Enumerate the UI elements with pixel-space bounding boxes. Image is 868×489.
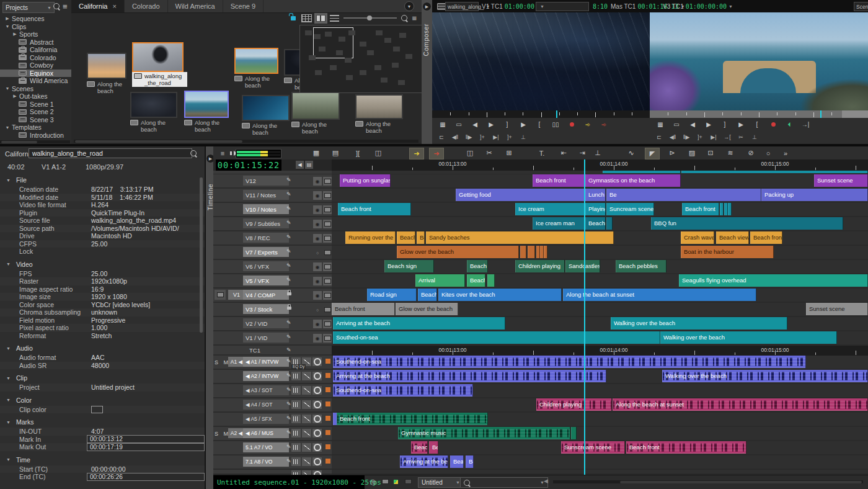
track-monitor-toggle[interactable] xyxy=(323,320,332,328)
timeline-clip[interactable]: BBQ fun xyxy=(651,217,843,230)
script-view-icon[interactable] xyxy=(330,15,339,22)
track-selector-v11[interactable]: V11 / Notes xyxy=(243,190,289,200)
track-selector-v7[interactable]: V7 / Experts xyxy=(243,247,289,257)
sidebar-item-wild-america[interactable]: Wild America xyxy=(0,77,71,85)
pencil-icon[interactable]: ✎ xyxy=(286,248,291,254)
meta-input-field[interactable]: 00:00:17:19 xyxy=(87,443,205,451)
timeline-clip[interactable]: Beach front xyxy=(337,413,488,425)
track-monitor-toggle[interactable] xyxy=(323,191,332,200)
record-monitor-toggle[interactable]: ◉ xyxy=(313,205,322,214)
timeline-hscrollbar[interactable] xyxy=(553,480,863,483)
duration-display[interactable]: 8:10 xyxy=(593,2,608,11)
arrow-tool-button[interactable]: ◤ xyxy=(645,148,660,159)
track-panel-button[interactable]: ▤ xyxy=(329,148,342,158)
clip-color-swatch[interactable] xyxy=(91,406,103,413)
section-file[interactable]: ▼File xyxy=(6,176,27,184)
record-indicator[interactable] xyxy=(564,118,580,131)
timeline-clip[interactable] xyxy=(720,203,724,215)
pencil-icon[interactable]: ✎ xyxy=(286,320,291,326)
effect-mode-button[interactable]: ▨ xyxy=(685,148,699,158)
toggle-source-record-icon[interactable]: ◎ xyxy=(370,478,376,486)
color-correction-button[interactable]: ⊡ xyxy=(704,148,717,158)
cut-button[interactable]: ✂ xyxy=(734,131,748,144)
sidebar-item-scene-1[interactable]: Scene 1 xyxy=(0,101,71,109)
mark-clip-button[interactable]: ⊥ xyxy=(516,131,530,144)
solo-indicator[interactable] xyxy=(326,402,330,406)
timeline-clip[interactable]: Ice cream man xyxy=(533,217,585,230)
mark-in-button[interactable]: [ xyxy=(749,118,765,131)
audio-timeline-ruler[interactable]: 00:01:13:0000:01:14:0000:01:15:00 xyxy=(332,346,868,356)
mark-out-button[interactable]: ] xyxy=(717,118,733,131)
section-clip[interactable]: ▼Clip xyxy=(6,374,27,382)
source-position-bar[interactable] xyxy=(432,110,650,118)
audio-settings-button[interactable] xyxy=(312,400,322,409)
tab-scene-9[interactable]: Scene 9 xyxy=(223,0,264,12)
audio-settings-button[interactable] xyxy=(312,470,322,475)
timeline-clip[interactable]: Children playing xyxy=(515,260,565,272)
record-monitor-toggle[interactable]: ○ xyxy=(313,248,322,257)
timeline-clip[interactable]: Sunset scene xyxy=(806,303,868,315)
timeline-clip[interactable]: Boat in the harbour xyxy=(681,246,774,258)
section-time[interactable]: ▼Time xyxy=(6,456,30,464)
timeline-clip[interactable]: Beach front xyxy=(750,231,782,244)
timeline-clip[interactable]: Beach view xyxy=(716,231,749,244)
solo-indicator[interactable] xyxy=(326,387,330,392)
clip-name-input[interactable]: walking_along_the_road xyxy=(29,148,192,158)
timeline-clip[interactable]: Crash wave xyxy=(681,231,714,244)
record-monitor-toggle[interactable]: ◉ xyxy=(313,191,322,200)
audio-mixer-button[interactable]: ≋ xyxy=(724,148,737,158)
bin-clip-thumbnail[interactable] xyxy=(184,91,229,118)
loop-button[interactable]: ⊏ xyxy=(652,131,666,144)
timeline-clip[interactable]: Sandcastles xyxy=(565,260,600,272)
section-video[interactable]: ▼Video xyxy=(6,261,33,268)
text-view-icon[interactable] xyxy=(301,14,312,22)
waveform-toggle[interactable] xyxy=(291,457,301,466)
audio-settings-button[interactable] xyxy=(312,415,322,423)
timeline-clip[interactable]: Beach xyxy=(418,289,437,301)
mark-in-button[interactable]: [ xyxy=(531,118,547,131)
waveform-toggle[interactable] xyxy=(291,415,301,423)
timeline-view-dropdown[interactable]: Untitled▼ xyxy=(418,477,464,488)
timeline-clip[interactable] xyxy=(487,274,495,287)
sidebar-item-sports[interactable]: ▶Sports xyxy=(0,30,71,38)
sidebar-item-scene-2[interactable]: Scene 2 xyxy=(0,108,71,116)
pencil-icon[interactable]: ✎ xyxy=(286,415,291,421)
automation-toggle[interactable] xyxy=(302,386,311,395)
solo-indicator[interactable] xyxy=(326,459,330,464)
toggle-list-button[interactable]: ▤ xyxy=(305,161,313,169)
timeline-clip[interactable]: Beach front xyxy=(626,441,746,454)
text-tool-button[interactable]: T. xyxy=(535,148,549,158)
automation-toggle[interactable] xyxy=(302,372,311,380)
automation-toggle[interactable] xyxy=(302,429,311,437)
meta-input-field[interactable]: 00:00:13:12 xyxy=(87,435,205,443)
splitter-button[interactable]: ▯▯ xyxy=(547,118,564,131)
solo-indicator[interactable] xyxy=(326,430,330,435)
audio-settings-button[interactable] xyxy=(312,357,322,366)
source-monitor-toggle[interactable] xyxy=(215,290,226,300)
grid-button[interactable]: ▦ xyxy=(652,118,668,131)
timeline-clip[interactable] xyxy=(520,246,526,258)
goto-out-button[interactable]: ]+ xyxy=(693,131,707,144)
pencil-icon[interactable]: ✎ xyxy=(286,205,291,212)
track-selector-a8[interactable]: 7.1 A8 / VO xyxy=(243,457,289,467)
timeline-clip[interactable]: Beach front xyxy=(338,203,411,215)
bin-search-icon[interactable] xyxy=(401,15,407,21)
timeline-search-input[interactable]: ▼ xyxy=(460,477,548,488)
timeline-clip[interactable]: Be xyxy=(429,441,438,454)
grid-button[interactable]: ▦ xyxy=(435,118,451,131)
projects-dropdown[interactable]: Projects ▼ xyxy=(2,2,55,13)
timeline-clip[interactable]: Beach front xyxy=(332,303,395,315)
track-selector-a5[interactable]: ◀ A5 / SFX xyxy=(243,414,289,424)
section-audio[interactable]: ▼Audio xyxy=(6,344,33,352)
track-selector-v6[interactable]: V6 / VFX xyxy=(243,261,289,271)
timeline-clip[interactable]: Sandy beaches xyxy=(426,231,614,244)
timeline-clip[interactable]: Road sign xyxy=(367,289,417,301)
track-selector-a3[interactable]: ◀ A3 / SOT xyxy=(243,385,289,395)
sidebar-item-california[interactable]: California xyxy=(0,46,71,54)
timeline-clip[interactable]: Getting food xyxy=(456,189,585,201)
scene-dropdown[interactable]: Scene 2: Beac▼ xyxy=(854,2,868,11)
track-monitor-toggle[interactable] xyxy=(323,205,332,214)
solo-indicator[interactable] xyxy=(326,416,330,421)
track-selector-v3[interactable]: V3 / Stock xyxy=(243,304,289,314)
timeline-clip[interactable]: Southend-on-sea xyxy=(333,356,806,368)
